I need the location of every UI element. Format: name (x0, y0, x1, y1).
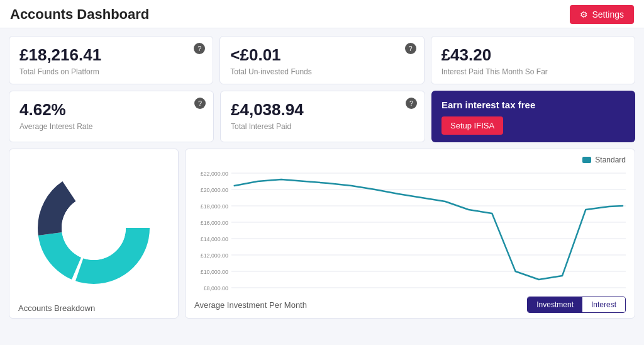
investment-tab[interactable]: Investment (528, 297, 582, 312)
uninvested-help-icon[interactable]: ? (405, 43, 416, 54)
donut-chart-label: Accounts Breakdown (18, 300, 95, 313)
uninvested-value: <£0.01 (230, 45, 413, 65)
total-interest-value: £4,038.94 (231, 100, 414, 120)
line-chart-header: Standard (194, 156, 626, 164)
line-chart-card: Standard £22,000.00 £20,000.0 (185, 149, 635, 319)
total-funds-label: Total Funds on Platform (19, 67, 203, 76)
avg-rate-value: 4.62% (19, 100, 203, 120)
ifisa-title: Earn interest tax free (441, 99, 625, 110)
chart-legend: Standard (582, 156, 626, 164)
total-interest-help-icon[interactable]: ? (406, 98, 417, 109)
second-cards-row: 4.62% Average Interest Rate ? £4,038.94 … (9, 91, 635, 142)
setup-ifisa-button[interactable]: Setup IFISA (441, 116, 503, 135)
uninvested-label: Total Un-invested Funds (230, 67, 413, 76)
total-interest-label: Total Interest Paid (231, 122, 414, 131)
interest-month-label: Interest Paid This Month So Far (441, 67, 625, 76)
donut-container (31, 156, 157, 300)
ifisa-card: Earn interest tax free Setup IFISA (431, 91, 635, 142)
total-funds-value: £18,216.41 (19, 45, 203, 65)
gear-icon: ⚙ (580, 9, 588, 20)
total-funds-help-icon[interactable]: ? (194, 43, 205, 54)
svg-text:£18,000.00: £18,000.00 (201, 203, 228, 210)
interest-tab[interactable]: Interest (582, 297, 625, 312)
interest-month-card: £43.20 Interest Paid This Month So Far (431, 36, 635, 84)
top-cards-row: £18,216.41 Total Funds on Platform ? <£0… (9, 36, 635, 84)
total-interest-card: £4,038.94 Total Interest Paid ? (220, 91, 425, 142)
svg-text:£16,000.00: £16,000.00 (201, 220, 228, 226)
donut-chart-card: Accounts Breakdown (9, 149, 179, 319)
donut-chart (31, 165, 157, 291)
line-chart-svg: £22,000.00 £20,000.00 £18,000.00 £16,000… (194, 167, 626, 294)
avg-rate-card: 4.62% Average Interest Rate ? (9, 91, 214, 142)
svg-text:£22,000.00: £22,000.00 (201, 171, 228, 177)
svg-text:£8,000.00: £8,000.00 (204, 285, 228, 291)
chart-area: £22,000.00 £20,000.00 £18,000.00 £16,000… (194, 167, 626, 294)
svg-text:£10,000.00: £10,000.00 (201, 269, 228, 275)
bottom-row: Accounts Breakdown Standard (9, 149, 635, 319)
line-chart-title: Average Investment Per Month (194, 300, 307, 310)
header: Accounts Dashboard ⚙ Settings (0, 0, 644, 28)
page-title: Accounts Dashboard (10, 6, 149, 23)
avg-rate-label: Average Interest Rate (19, 122, 203, 131)
svg-text:£20,000.00: £20,000.00 (201, 187, 228, 193)
legend-label: Standard (595, 156, 626, 164)
uninvested-card: <£0.01 Total Un-invested Funds ? (219, 36, 424, 84)
total-funds-card: £18,216.41 Total Funds on Platform ? (9, 36, 213, 84)
svg-point-4 (62, 196, 126, 260)
svg-text:£14,000.00: £14,000.00 (201, 236, 228, 242)
svg-text:£12,000.00: £12,000.00 (201, 252, 228, 259)
chart-footer: Average Investment Per Month Investment … (194, 297, 626, 313)
main-content: £18,216.41 Total Funds on Platform ? <£0… (0, 28, 644, 326)
avg-rate-help-icon[interactable]: ? (194, 98, 206, 109)
legend-color-dot (582, 157, 591, 163)
settings-button[interactable]: ⚙ Settings (570, 5, 634, 24)
interest-month-value: £43.20 (441, 45, 625, 65)
chart-tabs: Investment Interest (527, 297, 626, 313)
